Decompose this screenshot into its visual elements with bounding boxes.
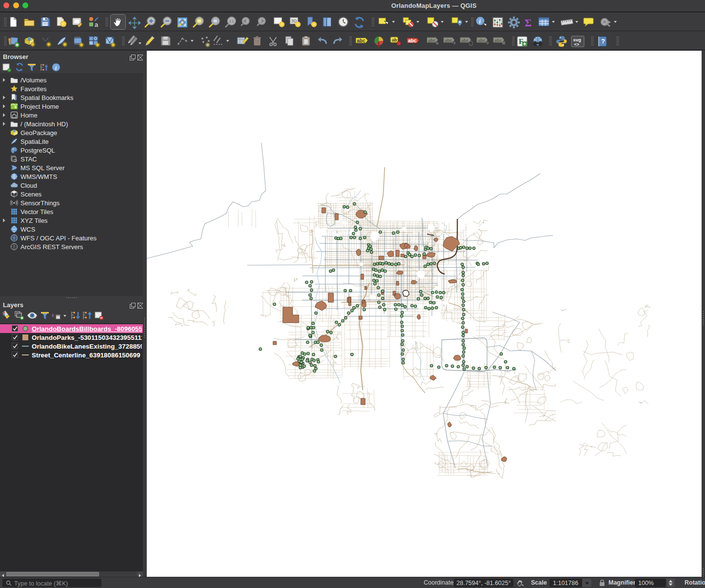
svg-text:abc: abc bbox=[478, 38, 486, 43]
svg-text:@: @ bbox=[14, 159, 17, 162]
svg-text:ab: ab bbox=[392, 38, 397, 42]
svg-text:a: a bbox=[95, 21, 98, 28]
svg-text:abc: abc bbox=[494, 38, 502, 43]
svg-text:Σ: Σ bbox=[525, 17, 531, 29]
svg-text:abc: abc bbox=[428, 38, 436, 43]
svg-text:abc: abc bbox=[408, 38, 417, 43]
svg-text:abc: abc bbox=[357, 38, 366, 43]
svg-text:<>: <> bbox=[574, 42, 580, 47]
svg-text:ε: ε bbox=[52, 311, 55, 318]
svg-text:abc: abc bbox=[461, 38, 469, 43]
svg-text:?: ? bbox=[601, 38, 605, 45]
svg-text:abc: abc bbox=[445, 38, 452, 43]
svg-text:1:1: 1:1 bbox=[229, 20, 234, 23]
